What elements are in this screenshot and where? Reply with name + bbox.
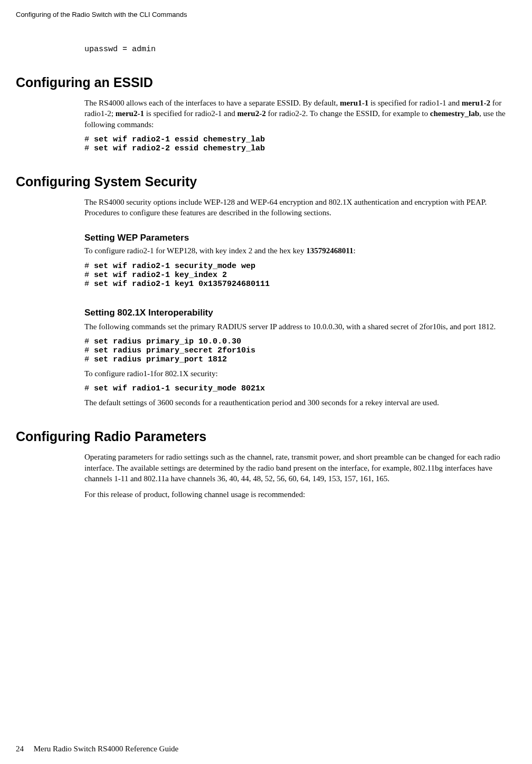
command: set radius primary_ip 10.0.0.30 <box>94 337 241 346</box>
text: is specified for radio1-1 and <box>368 99 462 107</box>
prompt: # <box>84 355 94 364</box>
section-title-essid: Configuring an ESSID <box>16 75 516 90</box>
text: for radio2-2. To change the ESSID, for e… <box>266 109 430 118</box>
code-block: # set wif radio1-1 security_mode 8021x <box>84 384 516 393</box>
bold-text: meru1-1 <box>340 99 368 107</box>
command: set radius primary_port 1812 <box>94 355 227 364</box>
prompt: # <box>84 144 94 153</box>
prompt: # <box>84 262 94 271</box>
command: set wif radio2-1 essid chemestry_lab <box>94 135 265 144</box>
prompt: # <box>84 346 94 355</box>
paragraph: The following commands set the primary R… <box>84 321 516 332</box>
command: set wif radio2-2 essid chemestry_lab <box>94 144 265 153</box>
page-number: 24 <box>16 744 24 753</box>
paragraph: To configure radio2-1 for WEP128, with k… <box>84 245 516 256</box>
bold-text: meru2-1 <box>116 109 144 118</box>
text: : <box>353 246 355 255</box>
page-footer: 24 Meru Radio Switch RS4000 Reference Gu… <box>16 744 178 753</box>
text: is specified for radio2-1 and <box>144 109 238 118</box>
paragraph: To configure radio1-1for 802.1X security… <box>84 368 516 379</box>
subsection-title-8021x: Setting 802.1X Interoperability <box>84 308 516 318</box>
paragraph: The RS4000 allows each of the interfaces… <box>84 98 516 130</box>
paragraph: The RS4000 security options include WEP-… <box>84 197 516 218</box>
text: To configure radio2-1 for WEP128, with k… <box>84 246 306 255</box>
command: set wif radio2-1 key_index 2 <box>94 271 227 280</box>
footer-separator <box>26 744 32 753</box>
command: set wif radio1-1 security_mode 8021x <box>94 384 265 393</box>
command: set wif radio2-1 security_mode wep <box>94 262 255 271</box>
footer-title: Meru Radio Switch RS4000 Reference Guide <box>34 744 179 753</box>
subsection-title-wep: Setting WEP Parameters <box>84 233 516 243</box>
code-block: # set wif radio2-1 essid chemestry_lab #… <box>84 135 516 153</box>
code-line: upasswd = admin <box>84 45 516 54</box>
bold-text: 135792468011 <box>306 246 353 255</box>
bold-text: chemestry_lab <box>430 109 479 118</box>
command: set wif radio2-1 key1 0x1357924680111 <box>94 280 270 289</box>
code-block: # set wif radio2-1 security_mode wep # s… <box>84 262 516 289</box>
running-header: Configuring of the Radio Switch with the… <box>16 11 516 18</box>
prompt: # <box>84 135 94 144</box>
paragraph: Operating parameters for radio settings … <box>84 452 516 484</box>
text: The RS4000 allows each of the interfaces… <box>84 99 340 107</box>
prompt: # <box>84 337 94 346</box>
prompt: # <box>84 384 94 393</box>
paragraph: The default settings of 3600 seconds for… <box>84 397 516 408</box>
prompt: # <box>84 280 94 289</box>
bold-text: meru2-2 <box>238 109 266 118</box>
section-title-radio-params: Configuring Radio Parameters <box>16 429 516 444</box>
command: set radius primary_secret 2for10is <box>94 346 255 355</box>
prompt: # <box>84 271 94 280</box>
code-block: # set radius primary_ip 10.0.0.30 # set … <box>84 337 516 364</box>
section-title-security: Configuring System Security <box>16 174 516 189</box>
bold-text: meru1-2 <box>462 99 490 107</box>
paragraph: For this release of product, following c… <box>84 489 516 500</box>
